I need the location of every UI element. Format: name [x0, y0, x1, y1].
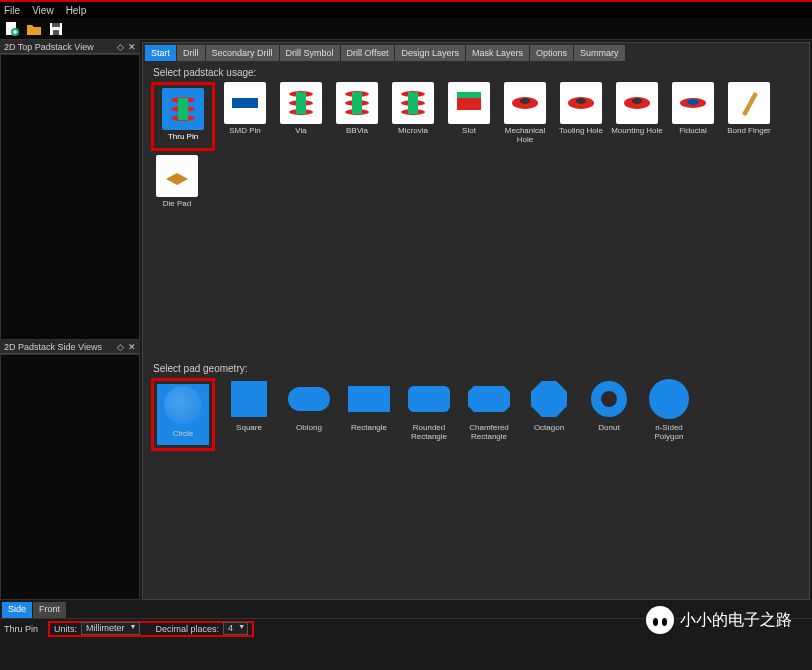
bond-finger-icon — [732, 86, 766, 120]
usage-bbvia[interactable]: BBVia — [331, 82, 383, 151]
top-panel-header: 2D Top Padstack View ◇ ✕ — [0, 40, 140, 54]
geometry-octagon[interactable]: Octagon — [523, 378, 575, 451]
usage-mechanical-hole[interactable]: Mechanical Hole — [499, 82, 551, 151]
geometry-square[interactable]: Square — [223, 378, 275, 451]
tab-secondary-drill[interactable]: Secondary Drill — [206, 45, 279, 61]
tab-options[interactable]: Options — [530, 45, 573, 61]
fiducial-icon — [676, 86, 710, 120]
geometry-chamfered-rectangle[interactable]: Chamfered Rectangle — [463, 378, 515, 451]
geometry-label: Circle — [173, 430, 193, 439]
tab-drill[interactable]: Drill — [177, 45, 205, 61]
usage-icon — [616, 82, 658, 124]
geometry-shape — [408, 378, 450, 420]
usage-slot[interactable]: Slot — [443, 82, 495, 151]
geometry-circle[interactable]: Circle — [157, 384, 209, 445]
usage-via[interactable]: Via — [275, 82, 327, 151]
menu-bar: File View Help — [0, 2, 812, 18]
usage-icon — [280, 82, 322, 124]
units-group: Units: Millimeter Decimal places: 4 — [48, 621, 254, 637]
usage-smd-pin[interactable]: SMD Pin — [219, 82, 271, 151]
slot-icon — [452, 86, 486, 120]
geometry-donut[interactable]: Donut — [583, 378, 635, 451]
geometry-oblong[interactable]: Oblong — [283, 378, 335, 451]
via-icon — [284, 86, 318, 120]
usage-thru-pin[interactable]: Thru Pin — [157, 88, 209, 142]
watermark: 小小的电子之路 — [646, 606, 792, 634]
menu-file[interactable]: File — [4, 5, 20, 16]
usage-icon — [560, 82, 602, 124]
usage-icon — [392, 82, 434, 124]
save-button[interactable] — [46, 20, 66, 38]
chamfered-rect-shape-icon — [468, 386, 510, 412]
geometry-rounded-rectangle[interactable]: Rounded Rectangle — [403, 378, 455, 451]
close-icon[interactable]: ✕ — [128, 42, 136, 52]
usage-icon — [156, 155, 198, 197]
tab-mask-layers[interactable]: Mask Layers — [466, 45, 529, 61]
usage-die-pad[interactable]: Die Pad — [151, 155, 203, 209]
geometry-label: Square — [236, 424, 262, 433]
svg-rect-21 — [408, 92, 418, 114]
geometry-shape — [528, 378, 570, 420]
usage-mounting-hole[interactable]: Mounting Hole — [611, 82, 663, 151]
usage-label: Microvia — [398, 127, 428, 136]
usage-label: Die Pad — [163, 200, 191, 209]
side-panel-header: 2D Padstack Side Views ◇ ✕ — [0, 340, 140, 354]
units-dropdown[interactable]: Millimeter — [81, 622, 140, 635]
mechanical-hole-icon — [508, 86, 542, 120]
geometry-n-sided-polygon[interactable]: n-Sided Polygon — [643, 378, 695, 451]
decimal-dropdown[interactable]: 4 — [223, 622, 248, 635]
usage-icon — [448, 82, 490, 124]
tab-start[interactable]: Start — [145, 45, 176, 61]
svg-rect-13 — [296, 92, 306, 114]
usage-microvia[interactable]: Microvia — [387, 82, 439, 151]
tab-design-layers[interactable]: Design Layers — [395, 45, 465, 61]
undock-icon[interactable]: ◇ — [117, 42, 124, 52]
mounting-hole-icon — [620, 86, 654, 120]
toolbar — [0, 18, 812, 40]
usage-icon — [162, 88, 204, 130]
usage-icon — [224, 82, 266, 124]
new-button[interactable] — [2, 20, 22, 38]
geometry-rectangle[interactable]: Rectangle — [343, 378, 395, 451]
tab-summary[interactable]: Summary — [574, 45, 625, 61]
save-icon — [48, 21, 64, 37]
donut-shape-icon — [591, 381, 627, 417]
close-icon[interactable]: ✕ — [128, 342, 136, 352]
svg-point-25 — [520, 98, 530, 104]
pad-geometry-grid: CircleSquareOblongRectangleRounded Recta… — [143, 378, 809, 451]
tab-drill-symbol[interactable]: Drill Symbol — [280, 45, 340, 61]
circle-shape-icon — [164, 386, 202, 424]
geometry-label: Oblong — [296, 424, 322, 433]
usage-fiducial[interactable]: Fiducial — [667, 82, 719, 151]
svg-rect-23 — [457, 92, 481, 98]
menu-view[interactable]: View — [32, 5, 54, 16]
geometry-shape — [228, 378, 270, 420]
svg-rect-22 — [457, 96, 481, 110]
usage-label: Tooling Hole — [559, 127, 603, 136]
tab-bar: StartDrillSecondary DrillDrill SymbolDri… — [143, 43, 809, 61]
bbvia-icon — [340, 86, 374, 120]
status-type: Thru Pin — [4, 624, 38, 634]
menu-help[interactable]: Help — [66, 5, 87, 16]
svg-point-31 — [687, 99, 699, 105]
tab-drill-offset[interactable]: Drill Offset — [341, 45, 395, 61]
open-button[interactable] — [24, 20, 44, 38]
geometry-shape — [468, 378, 510, 420]
top-panel-title: 2D Top Padstack View — [4, 42, 94, 52]
usage-icon — [504, 82, 546, 124]
usage-label: Select padstack usage: — [143, 61, 809, 82]
usage-icon — [336, 82, 378, 124]
geometry-label: Select pad geometry: — [143, 357, 809, 378]
top-padstack-view — [0, 54, 140, 340]
bottom-tab-side[interactable]: Side — [2, 602, 32, 618]
bottom-tab-front[interactable]: Front — [33, 602, 66, 618]
octagon-shape-icon — [531, 381, 567, 417]
usage-bond-finger[interactable]: Bond Finger — [723, 82, 775, 151]
geometry-label: Chamfered Rectangle — [463, 424, 515, 442]
usage-label: Via — [295, 127, 306, 136]
usage-tooling-hole[interactable]: Tooling Hole — [555, 82, 607, 151]
rounded-rect-shape-icon — [408, 386, 450, 412]
thru-pin-icon — [166, 92, 200, 126]
undock-icon[interactable]: ◇ — [117, 342, 124, 352]
microvia-icon — [396, 86, 430, 120]
